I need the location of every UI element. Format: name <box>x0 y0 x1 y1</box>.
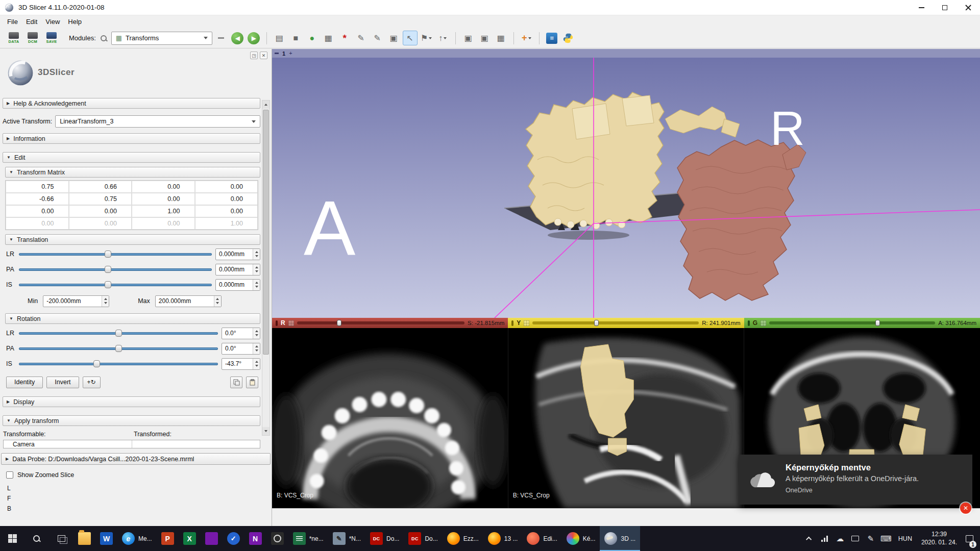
concatenate-transform-button[interactable]: +↻ <box>83 377 101 388</box>
section-rotation[interactable]: ▼ Rotation <box>5 313 260 324</box>
taskbar-item-powerpoint[interactable]: P <box>157 526 179 551</box>
slice-link-icon[interactable] <box>524 320 529 326</box>
language-indicator[interactable]: HUN <box>894 535 917 542</box>
crosshair-icon[interactable]: + <box>519 31 534 45</box>
taskbar-item-edge[interactable]: eMe... <box>117 526 157 551</box>
min-spinbox[interactable]: -200.000mm <box>43 295 109 307</box>
pin-icon[interactable] <box>276 320 278 326</box>
scrollbar-thumb[interactable] <box>263 110 269 355</box>
translation-lr-spinbox[interactable]: 0.000mm <box>215 248 260 260</box>
panel-scrollbar[interactable] <box>262 100 270 436</box>
yellow-slice-view[interactable]: B: VCS_Crop <box>508 328 744 508</box>
minimize-button[interactable] <box>910 0 933 15</box>
scene-view-icon[interactable]: ▦ <box>494 31 508 45</box>
data-probe-header[interactable]: ▶ Data Probe: D:/Downloads/Varga Csill..… <box>1 453 271 465</box>
pin-icon[interactable] <box>511 320 513 326</box>
green-slice-slider[interactable] <box>769 319 935 327</box>
markups-pencil-icon[interactable]: ✎ <box>354 31 369 45</box>
slice-link-icon[interactable] <box>761 320 766 326</box>
menu-view[interactable]: View <box>41 16 64 27</box>
crosshair-icon[interactable]: + <box>289 51 292 56</box>
module-history-icon[interactable] <box>214 31 229 45</box>
tables-icon[interactable]: ▦ <box>321 31 336 45</box>
taskbar-item-store[interactable] <box>201 526 223 551</box>
threeD-view[interactable]: A R <box>272 58 980 318</box>
notification-close-icon[interactable]: ✕ <box>960 503 971 514</box>
taskbar-item-firefox-2[interactable]: 13 ... <box>483 526 523 551</box>
red-slice-slider[interactable] <box>297 319 464 327</box>
copy-transform-icon[interactable] <box>230 377 242 388</box>
show-zoomed-slice-checkbox[interactable] <box>6 471 13 479</box>
panel-popout-icon[interactable]: ◳ <box>250 52 258 59</box>
translation-pa-spinbox[interactable]: 0.000mm <box>215 264 260 276</box>
start-button[interactable] <box>0 526 24 551</box>
save-button[interactable]: SAVE <box>43 31 60 46</box>
task-view-icon[interactable] <box>49 526 74 551</box>
taskbar-item-camera[interactable] <box>266 526 288 551</box>
section-information[interactable]: ▶ Information <box>3 133 260 144</box>
translation-is-slider[interactable] <box>19 279 212 291</box>
taskbar-item-onenote[interactable]: N <box>244 526 266 551</box>
taskbar-item-notepad[interactable]: ✎*N... <box>328 526 365 551</box>
active-transform-combo[interactable]: LinearTransform_3 <box>55 115 260 128</box>
taskbar-item-acrobat-2[interactable]: DCDo... <box>404 526 442 551</box>
show-hidden-icons[interactable] <box>802 526 817 551</box>
menu-help[interactable]: Help <box>64 16 86 27</box>
place-fiducial-icon[interactable]: ⚑ <box>419 31 434 45</box>
section-translation[interactable]: ▼ Translation <box>5 234 260 245</box>
action-center-icon[interactable]: 1 <box>962 526 977 551</box>
keyboard-icon[interactable]: ⌨ <box>878 526 894 551</box>
volume-rendering-icon[interactable]: ■ <box>288 31 303 45</box>
pin-icon[interactable] <box>275 53 279 54</box>
display-icon[interactable] <box>848 526 863 551</box>
extensions-manager-icon[interactable]: ≡ <box>545 31 559 45</box>
transformed-list[interactable] <box>132 440 260 448</box>
rotation-pa-slider[interactable] <box>19 342 218 355</box>
translation-lr-slider[interactable] <box>19 248 212 260</box>
screenshot-window-icon[interactable]: ▣ <box>386 31 401 45</box>
network-icon[interactable] <box>817 526 832 551</box>
red-slice-view[interactable]: B: VCS_Crop <box>272 328 508 508</box>
translation-is-spinbox[interactable]: 0.000mm <box>215 279 260 291</box>
pin-icon[interactable] <box>748 320 750 326</box>
panel-close-icon[interactable]: ✕ <box>260 52 267 59</box>
rotation-is-spinbox[interactable]: -43.7° <box>222 358 260 370</box>
max-spinbox[interactable]: 200.000mm <box>155 295 222 307</box>
onedrive-tray-icon[interactable]: ☁ <box>832 526 848 551</box>
menu-edit[interactable]: Edit <box>22 16 41 27</box>
rotation-lr-spinbox[interactable]: 0.0° <box>222 328 260 339</box>
close-button[interactable] <box>957 0 980 15</box>
layout-selector-icon[interactable]: ▤ <box>272 31 287 45</box>
matrix-cell[interactable]: 0.00 <box>195 181 258 193</box>
matrix-cell[interactable]: 0.00 <box>195 193 258 205</box>
taskbar-item-word[interactable]: W <box>95 526 117 551</box>
rotation-is-slider[interactable] <box>19 358 218 370</box>
pen-icon[interactable]: ✎ <box>863 526 878 551</box>
maximize-button[interactable] <box>933 0 957 15</box>
threeD-view-controller[interactable]: 1 + <box>272 49 980 58</box>
scene-view-add-icon[interactable]: ▣ <box>477 31 492 45</box>
taskbar-item-excel[interactable]: X <box>179 526 201 551</box>
red-slice-controller[interactable]: R S: -21.815mm <box>272 318 508 328</box>
mouse-interaction-icon[interactable]: ↖ <box>403 31 418 45</box>
taskbar-item-firefox-1[interactable]: Ezz... <box>443 526 483 551</box>
yellow-slice-controller[interactable]: Y R: 241.901mm <box>508 318 744 328</box>
section-transform-matrix[interactable]: ▼ Transform Matrix <box>5 167 260 178</box>
section-apply-transform[interactable]: ▼ Apply transform <box>3 415 260 426</box>
taskbar-item-acrobat-1[interactable]: DCDo... <box>365 526 404 551</box>
invert-button[interactable]: Invert <box>46 377 79 388</box>
annotations-pencil-icon[interactable]: ✎ <box>370 31 385 45</box>
menu-file[interactable]: File <box>3 16 22 27</box>
models-icon[interactable]: ● <box>305 31 320 45</box>
dicom-button[interactable]: DCM <box>24 31 41 46</box>
matrix-cell[interactable]: 0.66 <box>69 181 132 193</box>
place-mode-icon[interactable]: ↑ <box>435 31 450 45</box>
matrix-cell[interactable]: 0.00 <box>195 205 258 217</box>
identity-button[interactable]: Identity <box>6 377 43 388</box>
taskbar-item-todo[interactable]: ✓ <box>223 526 244 551</box>
clock[interactable]: 12:39 2020. 01. 24. <box>917 531 962 546</box>
slice-link-icon[interactable] <box>288 320 294 326</box>
matrix-cell[interactable]: -0.66 <box>6 193 69 205</box>
registration-icon[interactable]: * <box>337 31 352 45</box>
taskbar-item-slicer[interactable]: 3D ... <box>600 526 640 551</box>
